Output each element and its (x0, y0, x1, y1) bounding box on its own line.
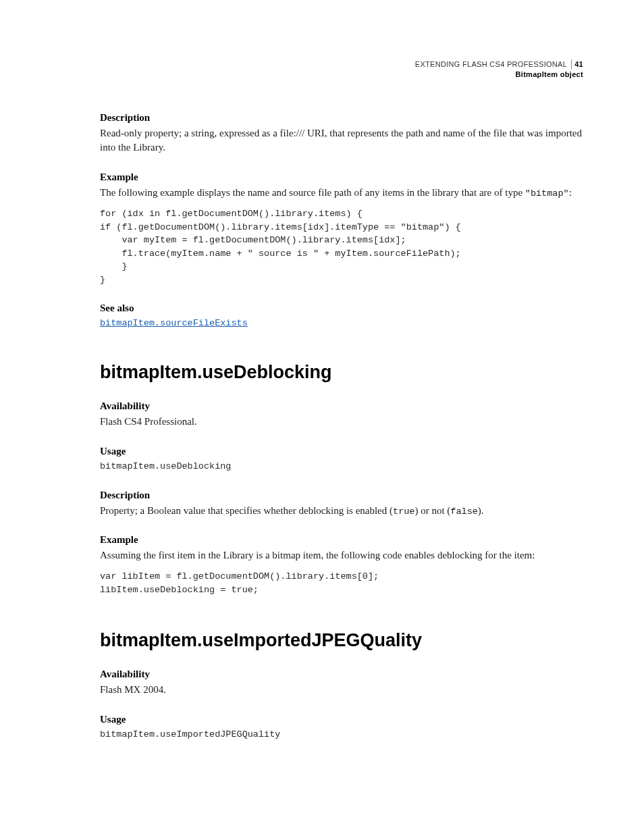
seealso-block: See also bitmapItem.sourceFileExists (100, 303, 583, 328)
api-heading-useimportedjpegquality: bitmapItem.useImportedJPEGQuality (100, 630, 583, 651)
page-number: 41 (574, 60, 583, 68)
seealso-link[interactable]: bitmapItem.sourceFileExists (100, 318, 583, 328)
availability-text-3: Flash MX 2004. (100, 683, 583, 698)
availability-text: Flash CS4 Professional. (100, 415, 583, 429)
availability-block: Availability Flash CS4 Professional. (100, 400, 583, 429)
description-text-2: Property; a Boolean value that specifies… (100, 504, 583, 519)
header-title: EXTENDING FLASH CS4 PROFESSIONAL (415, 59, 572, 70)
example-label: Example (100, 172, 583, 183)
desc-mid: ) or not ( (414, 505, 450, 516)
description-label-2: Description (100, 490, 583, 501)
example-intro-code: "bitmap" (525, 188, 569, 199)
header-section: BitmapItem object (516, 70, 583, 78)
description-block-2: Description Property; a Boolean value th… (100, 490, 583, 519)
description-label: Description (100, 112, 583, 124)
description-text: Read-only property; a string, expressed … (100, 126, 583, 156)
example-intro-post: : (569, 187, 572, 198)
code-block: for (idx in fl.getDocumentDOM().library.… (100, 207, 583, 286)
page-content: EXTENDING FLASH CS4 PROFESSIONAL41 Bitma… (0, 0, 644, 798)
desc-true: true (393, 506, 414, 517)
usage-code-3: bitmapItem.useImportedJPEGQuality (100, 728, 583, 741)
example-label-2: Example (100, 534, 583, 546)
usage-code: bitmapItem.useDeblocking (100, 460, 583, 473)
code-block-2: var libItem = fl.getDocumentDOM().librar… (100, 570, 583, 596)
usage-block-3: Usage bitmapItem.useImportedJPEGQuality (100, 714, 583, 741)
example-intro-pre: The following example displays the name … (100, 187, 525, 198)
desc-false: false (450, 506, 478, 517)
example-intro: The following example displays the name … (100, 186, 583, 201)
example-intro-2: Assuming the first item in the Library i… (100, 548, 583, 563)
description-block: Description Read-only property; a string… (100, 112, 583, 156)
seealso-label: See also (100, 303, 583, 314)
desc-pre: Property; a Boolean value that specifies… (100, 505, 393, 516)
example-block: Example The following example displays t… (100, 172, 583, 286)
usage-block: Usage bitmapItem.useDeblocking (100, 446, 583, 473)
running-header: EXTENDING FLASH CS4 PROFESSIONAL41 Bitma… (100, 59, 583, 80)
usage-label: Usage (100, 446, 583, 457)
example-block-2: Example Assuming the first item in the L… (100, 534, 583, 596)
availability-label-3: Availability (100, 669, 583, 680)
availability-block-3: Availability Flash MX 2004. (100, 669, 583, 698)
availability-label: Availability (100, 400, 583, 412)
desc-post: ). (478, 505, 484, 516)
api-heading-usedeblocking: bitmapItem.useDeblocking (100, 362, 583, 383)
usage-label-3: Usage (100, 714, 583, 725)
